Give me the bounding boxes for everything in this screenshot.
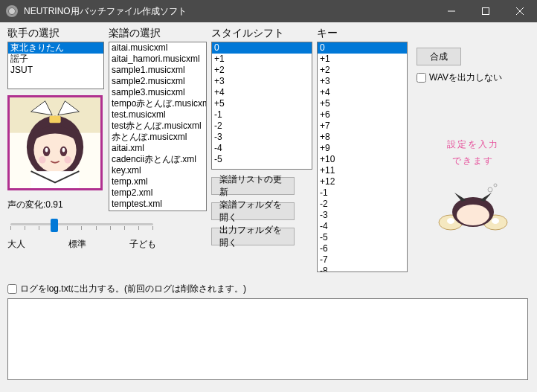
style-item[interactable]: -1 bbox=[212, 109, 312, 121]
score-item[interactable]: cadencii赤とんぼ.xml bbox=[109, 154, 206, 165]
key-item[interactable]: -7 bbox=[318, 254, 407, 266]
key-listbox[interactable]: 0+1+2+3+4+5+6+7+8+9+10+11+12-1-2-3-4-5-6… bbox=[317, 42, 408, 272]
titlebar: NEUTRINO用バッチファイル作成ソフト bbox=[0, 0, 537, 22]
window-title: NEUTRINO用バッチファイル作成ソフト bbox=[24, 5, 434, 18]
svg-rect-16 bbox=[49, 116, 60, 123]
score-item[interactable]: 赤とんぼ.musicxml bbox=[109, 132, 206, 143]
singer-item[interactable]: 東北きりたん bbox=[8, 42, 103, 54]
no-wav-checkbox[interactable] bbox=[417, 73, 426, 83]
key-item[interactable]: -1 bbox=[318, 187, 407, 199]
svg-point-11 bbox=[45, 148, 48, 152]
singer-avatar bbox=[7, 95, 103, 190]
singer-item[interactable]: 謡子 bbox=[8, 54, 103, 65]
log-checkbox-label: ログをlog.txtに出力する。(前回のログは削除されます。) bbox=[20, 283, 246, 295]
style-item[interactable]: +5 bbox=[212, 98, 312, 109]
style-item[interactable]: +2 bbox=[212, 65, 312, 76]
svg-point-14 bbox=[39, 156, 46, 164]
key-item[interactable]: +6 bbox=[318, 109, 407, 121]
key-item[interactable]: -2 bbox=[318, 199, 407, 210]
key-label: キー bbox=[317, 27, 408, 40]
no-wav-checkbox-row[interactable]: WAVを出力しない bbox=[417, 71, 530, 84]
mascot-image bbox=[432, 176, 514, 236]
key-item[interactable]: +4 bbox=[318, 87, 407, 98]
key-item[interactable]: -8 bbox=[318, 266, 407, 272]
key-item[interactable]: +9 bbox=[318, 143, 407, 154]
score-item[interactable]: key.xml bbox=[109, 165, 206, 176]
key-item[interactable]: -5 bbox=[318, 232, 407, 243]
maximize-button[interactable] bbox=[469, 0, 503, 22]
score-item[interactable]: test赤とんぼ.musicxml bbox=[109, 121, 206, 132]
key-item[interactable]: +10 bbox=[318, 154, 407, 165]
key-item[interactable]: +5 bbox=[318, 98, 407, 109]
voice-change-label: 声の変化:0.91 bbox=[7, 198, 104, 211]
key-item[interactable]: -4 bbox=[318, 221, 407, 232]
style-item[interactable]: -3 bbox=[212, 132, 312, 143]
open-score-folder-button[interactable]: 楽譜フォルダを開く bbox=[211, 202, 295, 220]
score-item[interactable]: aitai.xml bbox=[109, 143, 206, 154]
voice-slider[interactable] bbox=[7, 216, 156, 237]
slider-label-mid: 標準 bbox=[68, 238, 86, 251]
score-item[interactable]: aitai.musicxml bbox=[109, 42, 206, 54]
svg-rect-2 bbox=[483, 8, 489, 15]
score-item[interactable]: sample3.musicxml bbox=[109, 87, 206, 98]
score-item[interactable]: aitai_hamori.musicxml bbox=[109, 54, 206, 65]
refresh-scores-button[interactable]: 楽譜リストの更新 bbox=[211, 177, 295, 195]
svg-point-12 bbox=[62, 148, 65, 152]
score-item[interactable]: testt.xml bbox=[109, 210, 206, 211]
key-item[interactable]: +2 bbox=[318, 65, 407, 76]
window-controls bbox=[434, 0, 537, 22]
score-item[interactable]: tempo赤とんぼ.musicxml bbox=[109, 98, 206, 109]
log-checkbox[interactable] bbox=[7, 284, 17, 294]
singer-listbox[interactable]: 東北きりたん謡子JSUT bbox=[7, 42, 104, 89]
key-item[interactable]: +11 bbox=[318, 165, 407, 176]
svg-point-22 bbox=[457, 205, 489, 225]
score-item[interactable]: test.musicxml bbox=[109, 109, 206, 121]
svg-point-15 bbox=[64, 156, 71, 164]
key-item[interactable]: -6 bbox=[318, 243, 407, 254]
key-item[interactable]: +1 bbox=[318, 54, 407, 65]
style-item[interactable]: +4 bbox=[212, 87, 312, 98]
app-icon bbox=[6, 5, 18, 17]
singer-label: 歌手の選択 bbox=[7, 27, 104, 40]
style-item[interactable]: -2 bbox=[212, 121, 312, 132]
svg-point-18 bbox=[447, 218, 454, 224]
score-item[interactable]: temp.xml bbox=[109, 176, 206, 187]
score-item[interactable]: temptest.xml bbox=[109, 199, 206, 210]
style-item[interactable]: -5 bbox=[212, 154, 312, 165]
style-item[interactable]: +3 bbox=[212, 76, 312, 87]
score-item[interactable]: sample1.musicxml bbox=[109, 65, 206, 76]
svg-point-23 bbox=[488, 187, 492, 192]
minimize-button[interactable] bbox=[434, 0, 469, 22]
style-item[interactable]: -4 bbox=[212, 143, 312, 154]
key-item[interactable]: +7 bbox=[318, 121, 407, 132]
key-item[interactable]: +8 bbox=[318, 132, 407, 143]
slider-thumb[interactable] bbox=[51, 219, 58, 232]
no-wav-label: WAVを出力しない bbox=[429, 71, 502, 84]
key-item[interactable]: +12 bbox=[318, 176, 407, 187]
open-output-folder-button[interactable]: 出力フォルダを開く bbox=[211, 228, 295, 245]
svg-rect-13 bbox=[31, 171, 80, 188]
synthesize-button[interactable]: 合成 bbox=[417, 48, 461, 65]
log-textarea[interactable] bbox=[7, 298, 528, 380]
log-checkbox-row[interactable]: ログをlog.txtに出力する。(前回のログは削除されます。) bbox=[7, 283, 530, 295]
key-item[interactable]: +3 bbox=[318, 76, 407, 87]
slider-label-left: 大人 bbox=[7, 238, 25, 251]
svg-point-24 bbox=[494, 184, 497, 187]
style-listbox[interactable]: 0+1+2+3+4+5-1-2-3-4-5 bbox=[211, 42, 312, 170]
singer-item[interactable]: JSUT bbox=[8, 65, 103, 76]
close-button[interactable] bbox=[503, 0, 537, 22]
style-item[interactable]: +1 bbox=[212, 54, 312, 65]
svg-point-20 bbox=[492, 218, 499, 224]
score-listbox[interactable]: aitai.musicxmlaitai_hamori.musicxmlsampl… bbox=[109, 42, 207, 211]
key-item[interactable]: 0 bbox=[318, 42, 407, 54]
svg-point-0 bbox=[9, 8, 16, 15]
style-label: スタイルシフト bbox=[211, 27, 312, 40]
score-item[interactable]: sample2.musicxml bbox=[109, 76, 206, 87]
score-item[interactable]: temp2.xml bbox=[109, 187, 206, 199]
style-item[interactable]: 0 bbox=[212, 42, 312, 54]
hint-text: 設定を入力 できます bbox=[417, 136, 530, 169]
key-item[interactable]: -3 bbox=[318, 210, 407, 221]
score-label: 楽譜の選択 bbox=[109, 27, 207, 40]
